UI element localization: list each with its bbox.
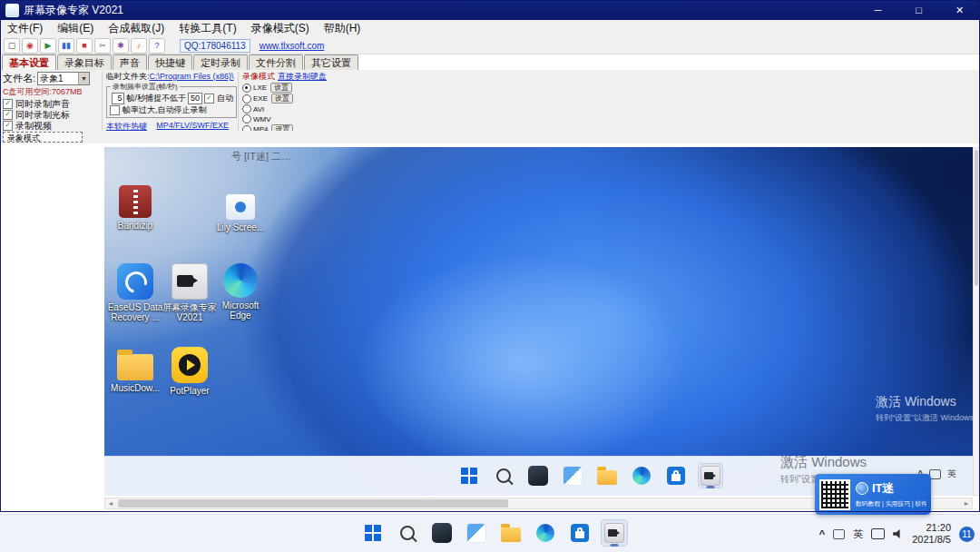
- tab-file-split[interactable]: 文件分割: [249, 54, 303, 70]
- tab-basic-settings[interactable]: 基本设置: [2, 54, 56, 70]
- mode-radio-wmv[interactable]: WMV: [242, 114, 348, 123]
- radio-icon[interactable]: [242, 114, 251, 123]
- desktop-icon-musicdown[interactable]: MusicDow...: [106, 347, 164, 393]
- mode-radio-exe[interactable]: EXE 设置: [242, 94, 348, 104]
- edge-button[interactable]: [532, 519, 559, 547]
- frequency-group-title: 录制频率设置(帧/秒): [111, 82, 180, 92]
- vertical-scrollbar[interactable]: [973, 147, 980, 496]
- fps-unit-label: 帧/秒: [126, 94, 145, 104]
- play-icon[interactable]: ▶: [40, 38, 56, 54]
- radio-icon[interactable]: [242, 104, 251, 113]
- fps-input[interactable]: 5: [112, 93, 124, 104]
- desktop-icon-bandizip[interactable]: Bandizip: [106, 183, 164, 231]
- start-button[interactable]: [359, 519, 387, 547]
- overload-stop-checkbox[interactable]: ✓ 帧率过大,自动停止录制: [110, 105, 233, 115]
- itmi-title: IT迷: [872, 480, 895, 497]
- file-explorer-button[interactable]: [594, 463, 620, 488]
- scroll-left-arrow[interactable]: ◄: [105, 500, 116, 507]
- menu-edit[interactable]: 编辑(E): [50, 21, 101, 36]
- store-button[interactable]: [566, 519, 593, 547]
- desktop-icon-easeus[interactable]: EaseUS Data Recovery ...: [106, 263, 164, 322]
- exe-settings-button[interactable]: 设置: [271, 94, 293, 104]
- checkbox-checked-icon[interactable]: ✓: [3, 99, 13, 109]
- touch-keyboard-icon[interactable]: [833, 529, 845, 539]
- itmi-overlay-card[interactable]: IT迷 数码教程 | 实用技巧 | 软件分享: [815, 474, 931, 515]
- checkbox-unchecked-icon[interactable]: ✓: [110, 105, 120, 115]
- tab-other-settings[interactable]: 其它设置: [304, 54, 358, 70]
- store-button[interactable]: [663, 463, 689, 488]
- website-link[interactable]: www.tlxsoft.com: [260, 41, 325, 51]
- record-video-checkbox[interactable]: ✓ 录制视频: [3, 121, 99, 131]
- new-file-icon[interactable]: ▢: [4, 38, 20, 54]
- mode-radio-lxe[interactable]: LXE 设置: [242, 83, 348, 93]
- task-view-button[interactable]: [525, 463, 551, 488]
- capture-icon[interactable]: ✂: [94, 38, 111, 54]
- menu-convert-tools[interactable]: 转换工具(T): [172, 21, 243, 36]
- edge-button[interactable]: [629, 463, 654, 488]
- min-fps-input[interactable]: 50: [188, 93, 202, 104]
- start-button[interactable]: [456, 463, 482, 488]
- close-button[interactable]: ✕: [939, 0, 980, 20]
- file-explorer-button[interactable]: [497, 519, 524, 547]
- direct-record-link[interactable]: 直接录制硬盘: [278, 72, 327, 82]
- recorder-app-button[interactable]: [698, 463, 723, 488]
- filename-select[interactable]: 录象1 ▼: [37, 72, 90, 85]
- tab-scheduled-record[interactable]: 定时录制: [193, 54, 248, 70]
- chevron-up-icon[interactable]: ^: [819, 528, 825, 539]
- menu-bar: 文件(F) 编辑(E) 合成截取(J) 转换工具(T) 录像模式(S) 帮助(H…: [0, 20, 980, 38]
- search-icon: [496, 468, 511, 483]
- tools-icon[interactable]: ✱: [113, 38, 129, 54]
- lxe-settings-button[interactable]: 设置: [270, 83, 292, 93]
- tab-record-target[interactable]: 录象目标: [57, 54, 112, 70]
- vertical-scrollbar-thumb[interactable]: [975, 150, 978, 286]
- record-icon[interactable]: ◉: [22, 38, 38, 54]
- mode-radio-avi[interactable]: AVI: [242, 104, 348, 113]
- auto-checkbox[interactable]: ✓ 自动: [204, 94, 233, 104]
- notification-badge[interactable]: 11: [959, 527, 975, 542]
- desktop-icon-lily-screen[interactable]: Lily Scree...: [211, 189, 270, 232]
- search-button[interactable]: [394, 519, 421, 547]
- recorder-app-button[interactable]: [601, 519, 628, 547]
- stop-icon[interactable]: ■: [76, 38, 93, 54]
- taskbar-clock[interactable]: 21:20 2021/8/5: [912, 522, 951, 546]
- record-sound-checkbox[interactable]: ✓ 同时录制声音: [3, 99, 99, 109]
- search-button[interactable]: [491, 463, 516, 488]
- menu-file[interactable]: 文件(F): [0, 21, 50, 36]
- minimize-button[interactable]: ─: [858, 0, 898, 20]
- menu-help[interactable]: 帮助(H): [317, 21, 368, 36]
- language-indicator[interactable]: 英: [853, 527, 863, 541]
- help-icon[interactable]: ?: [149, 38, 165, 54]
- mode-exe-label: EXE: [253, 94, 268, 103]
- radio-icon[interactable]: [242, 94, 251, 104]
- menu-record-mode[interactable]: 录像模式(S): [244, 21, 317, 36]
- widgets-button[interactable]: [560, 463, 585, 488]
- tab-sound[interactable]: 声音: [113, 54, 147, 70]
- task-view-button[interactable]: [428, 519, 456, 547]
- potplayer-icon: [172, 347, 208, 383]
- network-icon[interactable]: [871, 528, 885, 539]
- tab-hotkeys[interactable]: 快捷键: [148, 54, 192, 70]
- checkbox-checked-icon[interactable]: ✓: [3, 110, 13, 120]
- desktop-icon-recorder[interactable]: 屏幕录像专家 V2021: [161, 263, 219, 322]
- dropdown-arrow-icon[interactable]: ▼: [78, 73, 89, 84]
- horizontal-scrollbar-thumb[interactable]: [118, 499, 508, 508]
- language-indicator[interactable]: 英: [947, 468, 956, 480]
- checkbox-checked-icon[interactable]: ✓: [204, 94, 214, 104]
- desktop-icon-edge[interactable]: Microsoft Edge: [211, 263, 270, 320]
- record-mode-tab[interactable]: 录象模式: [3, 132, 83, 143]
- filename-value: 录象1: [38, 74, 78, 84]
- record-cursor-checkbox[interactable]: ✓ 同时录制光标: [3, 110, 99, 120]
- pause-icon[interactable]: ▮▮: [58, 38, 74, 54]
- scroll-right-arrow[interactable]: ►: [961, 500, 972, 507]
- speaker-icon[interactable]: [893, 529, 904, 539]
- windows-taskbar: ^ 英 21:20 2021/8/5 11: [0, 514, 980, 552]
- maximize-button[interactable]: □: [898, 0, 939, 20]
- windows-logo-icon: [365, 525, 381, 541]
- radio-selected-icon[interactable]: [242, 84, 251, 93]
- temp-folder-link[interactable]: C:\Program Files (x86)\: [150, 72, 234, 82]
- sound-icon[interactable]: ♪: [131, 38, 147, 54]
- menu-compose-capture[interactable]: 合成截取(J): [101, 21, 172, 36]
- desktop-icon-potplayer[interactable]: PotPlayer: [161, 347, 219, 396]
- widgets-button[interactable]: [463, 519, 490, 547]
- checkbox-checked-icon[interactable]: ✓: [3, 121, 13, 131]
